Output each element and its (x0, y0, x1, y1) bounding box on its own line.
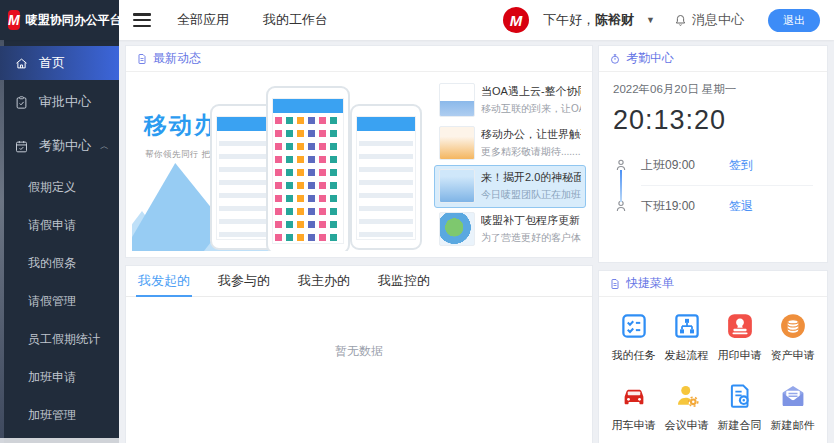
news-item-active[interactable]: 来！揭开2.0的神秘面纱~今日唛盟团队正在加班加点， (434, 165, 586, 208)
quick-item-label: 发起流程 (665, 348, 709, 363)
nav-my-workbench[interactable]: 我的工作台 (263, 11, 328, 29)
sidebar-item-attendance-center[interactable]: 考勤中心 ︿ (0, 124, 119, 168)
quick-item-vehicle-request[interactable]: 用车申请 (607, 381, 660, 433)
quick-item-label: 用印申请 (718, 348, 762, 363)
attendance-panel: 考勤中心 2022年06月20日 星期一 20:13:20 上班09:00 签到… (598, 45, 828, 263)
check-in-row: 上班09:00 签到 (613, 148, 813, 182)
brand-title: 唛盟协同办公平台 (26, 12, 122, 29)
sidebar-subitem-overtime-management[interactable]: 加班管理 (0, 396, 119, 434)
news-desc: 更多精彩敬请期待....... (481, 145, 581, 159)
news-item[interactable]: 唛盟补丁包程序更新为了营造更好的客户体验，唛 (434, 208, 586, 251)
tab-participated-by-me[interactable]: 我参与的 (218, 266, 270, 297)
check-out-row: 下班19:00 签退 (613, 189, 813, 223)
news-thumbnail (439, 126, 475, 160)
nav-all-apps[interactable]: 全部应用 (177, 11, 229, 29)
menu-collapse-icon[interactable] (133, 13, 151, 27)
stopwatch-icon (609, 53, 621, 65)
news-title: 当OA遇上云-整个协同OA (481, 84, 581, 99)
sidebar-subitem-staff-holiday-stats[interactable]: 员工假期统计 (0, 320, 119, 358)
top-nav: 全部应用 我的工作台 (177, 11, 328, 29)
sidebar-submenu: 假期定义 请假申请 我的假条 请假管理 员工假期统计 加班申请 加班管理 (0, 168, 119, 434)
quick-menu-panel: 快捷菜单 我的任务 发起流程 用印申请 资产申请 (598, 270, 828, 443)
news-title: 唛盟补丁包程序更新 (481, 213, 581, 228)
promo-banner[interactable]: 移动办公 帮你领先同行 把工作带出办公室 (132, 78, 428, 251)
quick-item-label: 资产申请 (771, 348, 815, 363)
approval-icon (14, 95, 29, 110)
news-item[interactable]: 移动办公，让世界触手可更多精彩敬请期待....... (434, 121, 586, 164)
news-panel-header: 最新动态 (126, 46, 592, 72)
tab-initiated-by-me[interactable]: 我发起的 (138, 266, 190, 297)
quick-item-new-contract[interactable]: 新建合同 (713, 381, 766, 433)
quick-item-meeting-request[interactable]: 会议申请 (660, 381, 713, 433)
document-icon (136, 53, 148, 65)
app-window: M 唛盟协同办公平台 全部应用 我的工作台 M 下午好，陈裕财 ▼ 消息中心 退… (0, 0, 834, 443)
sidebar-item-approval-center[interactable]: 审批中心 (0, 80, 119, 124)
quick-item-start-workflow[interactable]: 发起流程 (660, 311, 713, 363)
car-icon (619, 381, 649, 411)
news-title: 来！揭开2.0的神秘面纱~ (481, 170, 581, 185)
quick-item-label: 我的任务 (612, 348, 656, 363)
home-icon (14, 56, 29, 71)
news-list: 当OA遇上云-整个协同OA移动互联的到来，让OA与云 移动办公，让世界触手可更多… (434, 78, 586, 251)
main-content: 最新动态 移动办公 帮你领先同行 把工作带出办公室 当OA遇上云-整个协同 (119, 40, 834, 443)
quick-item-label: 新建合同 (718, 418, 762, 433)
contract-icon (725, 381, 755, 411)
check-in-link[interactable]: 签到 (729, 157, 753, 174)
sidebar-item-home[interactable]: 首页 (0, 46, 119, 80)
attendance-icon (14, 139, 29, 154)
username: 陈裕财 (595, 12, 634, 27)
meeting-icon (672, 381, 702, 411)
greeting-text: 下午好， (543, 12, 595, 27)
top-header: M 唛盟协同办公平台 全部应用 我的工作台 M 下午好，陈裕财 ▼ 消息中心 退… (0, 0, 834, 40)
asset-icon (778, 311, 808, 341)
sidebar-subitem-my-leave-notes[interactable]: 我的假条 (0, 244, 119, 282)
quick-menu-title: 快捷菜单 (626, 275, 674, 292)
tab-hosted-by-me[interactable]: 我主办的 (298, 266, 350, 297)
chevron-up-icon: ︿ (100, 140, 109, 153)
stamp-icon (725, 311, 755, 341)
sidebar-item-label: 考勤中心 (39, 137, 91, 155)
sidebar-subitem-holiday-definition[interactable]: 假期定义 (0, 168, 119, 206)
check-out-link[interactable]: 签退 (729, 198, 753, 215)
news-panel-title: 最新动态 (153, 50, 201, 67)
quick-item-seal-request[interactable]: 用印申请 (713, 311, 766, 363)
check-out-label: 下班19:00 (641, 198, 711, 215)
user-avatar[interactable]: M (503, 7, 529, 33)
timeline-connector (620, 170, 622, 202)
quick-menu-header: 快捷菜单 (599, 271, 827, 297)
workflow-icon (672, 311, 702, 341)
attendance-rows: 上班09:00 签到 下班19:00 签退 (613, 148, 813, 223)
quick-item-label: 用车申请 (612, 418, 656, 433)
message-center[interactable]: 消息中心 (673, 11, 744, 29)
sidebar-subitem-overtime-request[interactable]: 加班申请 (0, 358, 119, 396)
divider (641, 185, 813, 186)
brand-logo-icon: M (8, 10, 20, 30)
sidebar: 首页 审批中心 考勤中心 ︿ 假期定义 请假申请 我的假条 请假管理 员工假期统… (0, 40, 119, 443)
quick-menu-grid: 我的任务 发起流程 用印申请 资产申请 用车申请 (599, 297, 827, 433)
user-greeting[interactable]: 下午好，陈裕财 (543, 11, 634, 29)
news-desc: 为了营造更好的客户体验，唛 (481, 231, 581, 245)
quick-item-new-mail[interactable]: 新建邮件 (766, 381, 819, 433)
sidebar-item-label: 审批中心 (39, 93, 91, 111)
my-tasks-panel: 我发起的 我参与的 我主办的 我监控的 暂无数据 (125, 265, 593, 443)
news-desc: 移动互联的到来，让OA与云 (481, 102, 581, 116)
message-center-label: 消息中心 (692, 11, 744, 29)
news-body: 移动办公 帮你领先同行 把工作带出办公室 当OA遇上云-整个协同OA移动互联的到… (126, 72, 592, 257)
sidebar-item-label: 首页 (39, 54, 65, 72)
sidebar-subitem-leave-management[interactable]: 请假管理 (0, 282, 119, 320)
attendance-body: 2022年06月20日 星期一 20:13:20 上班09:00 签到 下班19… (599, 72, 827, 223)
quick-item-asset-request[interactable]: 资产申请 (766, 311, 819, 363)
news-desc: 今日唛盟团队正在加班加点， (481, 188, 581, 202)
tab-monitored-by-me[interactable]: 我监控的 (378, 266, 430, 297)
quick-item-my-tasks[interactable]: 我的任务 (607, 311, 660, 363)
news-thumbnail (439, 212, 475, 246)
attendance-date: 2022年06月20日 星期一 (613, 82, 813, 97)
mail-icon (778, 381, 808, 411)
quick-item-label: 会议申请 (665, 418, 709, 433)
news-item[interactable]: 当OA遇上云-整个协同OA移动互联的到来，让OA与云 (434, 78, 586, 121)
attendance-panel-header: 考勤中心 (599, 46, 827, 72)
attendance-panel-title: 考勤中心 (626, 50, 674, 67)
logout-button[interactable]: 退出 (768, 9, 820, 32)
chevron-down-icon[interactable]: ▼ (646, 15, 655, 25)
sidebar-subitem-leave-request[interactable]: 请假申请 (0, 206, 119, 244)
